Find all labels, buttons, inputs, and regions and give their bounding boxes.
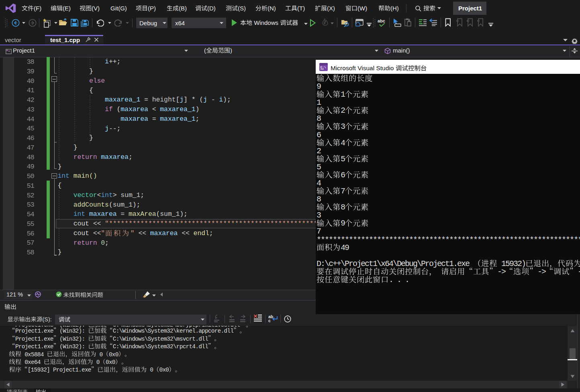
svg-text:C:\: C:\ bbox=[320, 65, 326, 69]
svg-text:+₊: +₊ bbox=[6, 49, 10, 53]
